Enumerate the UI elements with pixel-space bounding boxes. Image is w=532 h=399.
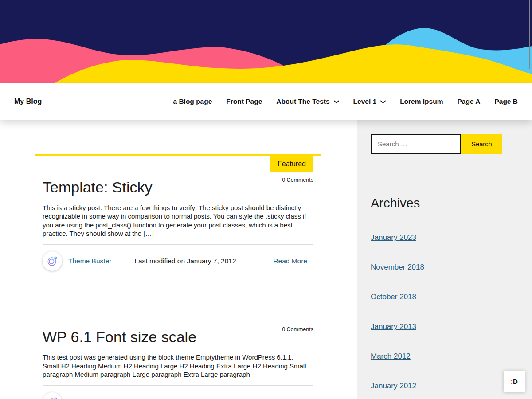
author-avatar-icon (43, 392, 62, 399)
archives-list: January 2023 November 2018 October 2018 … (371, 234, 532, 390)
archive-link-march-2012[interactable]: March 2012 (371, 352, 411, 360)
post-sticky: Featured 0 Comments Template: Sticky Thi… (35, 154, 321, 271)
post-font-size-scale: 0 Comments WP 6.1 Font size scale This t… (35, 323, 321, 399)
emote-floating-button[interactable]: :D (504, 371, 525, 392)
chevron-down-icon (334, 98, 339, 106)
post-title-link[interactable]: WP 6.1 Font size scale (43, 323, 313, 345)
search-button[interactable]: Search (461, 134, 502, 154)
post-meta-row (43, 392, 313, 399)
nav-item-a-blog-page[interactable]: a Blog page (173, 98, 212, 106)
author-link[interactable]: Theme Buster (68, 257, 111, 265)
nav-item-page-b[interactable]: Page B (494, 98, 518, 106)
nav-item-page-a[interactable]: Page A (457, 98, 480, 106)
archive-link-october-2018[interactable]: October 2018 (371, 293, 416, 301)
archive-item: November 2018 (371, 263, 532, 271)
main-area: Featured 0 Comments Template: Sticky Thi… (0, 120, 532, 399)
nav-item-front-page[interactable]: Front Page (226, 98, 262, 106)
site-title-link[interactable]: My Blog (14, 98, 42, 106)
archive-item: January 2013 (371, 323, 532, 330)
hero-banner (0, 0, 532, 83)
nav-menu: a Blog page Front Page About The Tests L… (173, 98, 518, 106)
archives-heading: Archives (371, 196, 532, 210)
post-divider (43, 244, 313, 245)
comments-count-link[interactable]: 0 Comments (282, 326, 313, 332)
post-excerpt: This is a sticky post. There are a few t… (43, 203, 308, 238)
archive-item: March 2012 (371, 352, 532, 360)
sidebar: Search Archives January 2023 November 20… (357, 120, 532, 399)
archive-item: October 2018 (371, 293, 532, 301)
navbar: My Blog a Blog page Front Page About The… (0, 83, 532, 120)
post-excerpt: This test post was generated using the b… (43, 353, 308, 379)
chevron-down-icon (380, 98, 386, 106)
post-list-column: Featured 0 Comments Template: Sticky Thi… (0, 120, 357, 399)
page: My Blog a Blog page Front Page About The… (0, 0, 532, 399)
comments-count-link[interactable]: 0 Comments (282, 177, 313, 183)
archive-link-november-2018[interactable]: November 2018 (371, 263, 424, 271)
archive-item: January 2023 (371, 234, 532, 241)
post-list: Featured 0 Comments Template: Sticky Thi… (35, 154, 321, 399)
search-form: Search (371, 134, 532, 154)
archive-link-january-2012[interactable]: January 2012 (371, 382, 416, 390)
read-more-link[interactable]: Read More (273, 257, 307, 265)
nav-item-about-the-tests[interactable]: About The Tests (276, 98, 339, 106)
post-meta-row: Theme Buster Last modified on January 7,… (43, 251, 313, 271)
scrollbar-thumb[interactable] (529, 0, 530, 69)
hero-waves-graphic (0, 0, 532, 83)
last-modified-text: Last modified on January 7, 2012 (134, 257, 236, 265)
archive-link-january-2023[interactable]: January 2023 (371, 233, 416, 242)
nav-item-lorem-ipsum[interactable]: Lorem Ipsum (400, 98, 443, 106)
post-divider (43, 385, 313, 386)
author-avatar-icon (43, 251, 62, 271)
featured-badge: Featured (270, 156, 313, 172)
nav-item-level-1[interactable]: Level 1 (353, 98, 386, 106)
search-input[interactable] (371, 134, 461, 154)
archive-link-january-2013[interactable]: January 2013 (371, 322, 416, 331)
